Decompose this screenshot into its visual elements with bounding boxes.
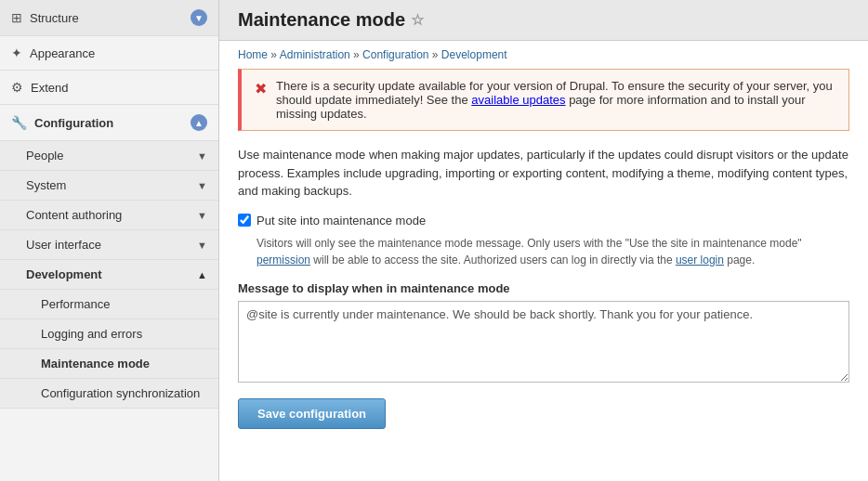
structure-icon: ⊞ — [11, 10, 22, 25]
sidebar-item-people[interactable]: People ▼ — [0, 141, 218, 171]
save-configuration-button[interactable]: Save configuration — [238, 398, 386, 429]
sidebar-item-performance[interactable]: Performance — [0, 290, 218, 319]
system-expand-icon: ▼ — [197, 180, 207, 191]
sidebar-item-label: Structure — [30, 11, 191, 25]
sidebar-item-content-authoring[interactable]: Content authoring ▼ — [0, 201, 218, 230]
development-collapse-icon: ▲ — [197, 269, 207, 280]
configuration-submenu: People ▼ System ▼ Content authoring ▼ Us… — [0, 141, 218, 409]
breadcrumb-home[interactable]: Home — [238, 48, 268, 61]
sidebar-item-label: Configuration — [34, 116, 191, 130]
permission-link[interactable]: permission — [256, 254, 310, 266]
breadcrumb-administration[interactable]: Administration — [280, 48, 350, 61]
breadcrumb-development[interactable]: Development — [441, 48, 507, 61]
page-header: Maintenance mode ☆ — [219, 0, 868, 41]
message-label: Message to display when in maintenance m… — [238, 281, 849, 295]
appearance-icon: ✦ — [11, 46, 22, 60]
configuration-collapse-icon: ▲ — [191, 114, 207, 131]
sidebar-item-label: Appearance — [30, 46, 207, 60]
security-alert: ✖ There is a security update available f… — [238, 69, 849, 131]
sidebar-item-user-interface[interactable]: User interface ▼ — [0, 230, 218, 260]
extend-icon: ⚙ — [11, 80, 23, 95]
maintenance-mode-label: Put site into maintenance mode — [256, 214, 426, 228]
content-area: ✖ There is a security update available f… — [219, 69, 868, 448]
structure-expand-icon: ▼ — [191, 9, 207, 26]
sidebar-item-system[interactable]: System ▼ — [0, 171, 218, 201]
sidebar-item-configuration[interactable]: 🔧 Configuration ▲ — [0, 105, 218, 141]
bookmark-icon[interactable]: ☆ — [411, 11, 424, 29]
breadcrumb: Home » Administration » Configuration » … — [219, 41, 868, 69]
sidebar-item-appearance[interactable]: ✦ Appearance — [0, 36, 218, 71]
page-title: Maintenance mode ☆ — [238, 9, 849, 31]
user-login-link[interactable]: user login — [676, 254, 724, 266]
development-submenu: Performance Logging and errors Maintenan… — [0, 290, 218, 409]
sidebar-item-development[interactable]: Development ▲ — [0, 260, 218, 290]
available-updates-link[interactable]: available updates — [471, 93, 565, 107]
sidebar-item-logging-errors[interactable]: Logging and errors — [0, 319, 218, 349]
alert-text: There is a security update available for… — [276, 79, 835, 121]
content-authoring-expand-icon: ▼ — [197, 210, 207, 221]
configuration-icon: 🔧 — [11, 115, 27, 130]
sidebar-item-config-sync[interactable]: Configuration synchronization — [0, 379, 218, 409]
main-content: Maintenance mode ☆ Home » Administration… — [219, 0, 868, 481]
sidebar-item-structure[interactable]: ⊞ Structure ▼ — [0, 0, 218, 36]
breadcrumb-configuration[interactable]: Configuration — [362, 48, 428, 61]
alert-icon: ✖ — [255, 80, 267, 98]
sidebar: ⊞ Structure ▼ ✦ Appearance ⚙ Extend 🔧 Co… — [0, 0, 219, 481]
sidebar-item-maintenance-mode[interactable]: Maintenance mode — [0, 349, 218, 379]
maintenance-sub-description: Visitors will only see the maintenance m… — [256, 235, 849, 268]
people-expand-icon: ▼ — [197, 150, 207, 162]
maintenance-mode-checkbox-row: Put site into maintenance mode — [238, 214, 849, 228]
sidebar-item-extend[interactable]: ⚙ Extend — [0, 71, 218, 105]
maintenance-mode-checkbox[interactable] — [238, 214, 251, 227]
user-interface-expand-icon: ▼ — [197, 240, 207, 251]
maintenance-message-textarea[interactable]: @site is currently under maintenance. We… — [238, 301, 849, 383]
maintenance-description: Use maintenance mode when making major u… — [238, 146, 849, 201]
sidebar-item-label: Extend — [31, 81, 207, 95]
